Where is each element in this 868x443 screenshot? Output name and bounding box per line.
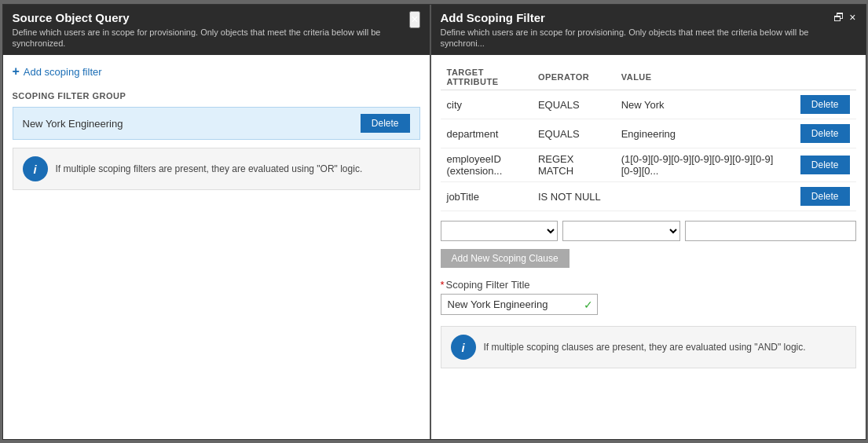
cell-value: (1[0-9][0-9][0-9][0-9][0-9][0-9][0-9][0-… xyxy=(615,148,786,182)
left-info-text: If multiple scoping filters are present,… xyxy=(56,163,363,176)
add-filter-label: Add scoping filter xyxy=(24,66,102,78)
filter-title-label: *Scoping Filter Title xyxy=(441,279,856,291)
cell-operator: IS NOT NULL xyxy=(532,182,615,211)
cell-delete: Delete xyxy=(786,148,856,182)
required-star: * xyxy=(441,279,445,291)
cell-delete: Delete xyxy=(786,90,856,119)
main-container: Source Object Query Define which users a… xyxy=(2,4,866,440)
left-panel-body: + Add scoping filter SCOPING FILTER GROU… xyxy=(3,55,430,438)
right-panel-body: TARGET ATTRIBUTE OPERATOR VALUE city EQU… xyxy=(431,55,866,438)
right-panel: Add Scoping Filter Define which users ar… xyxy=(431,5,866,439)
table-row: employeeID (extension... REGEX MATCH (1[… xyxy=(441,148,856,182)
col-target-attribute: TARGET ATTRIBUTE xyxy=(441,64,532,90)
cell-attribute: employeeID (extension... xyxy=(441,148,532,182)
filter-group-item: New York Engineering Delete xyxy=(13,107,420,140)
new-value-input[interactable] xyxy=(685,221,856,241)
row-delete-button-1[interactable]: Delete xyxy=(800,124,850,143)
new-operator-select[interactable] xyxy=(562,221,680,241)
right-info-text: If multiple scoping clauses are present,… xyxy=(484,341,806,354)
cell-operator: EQUALS xyxy=(532,90,615,119)
cell-value: New York xyxy=(615,90,786,119)
title-check-icon: ✓ xyxy=(584,298,593,311)
cell-delete: Delete xyxy=(786,182,856,211)
row-delete-button-0[interactable]: Delete xyxy=(800,95,850,114)
filter-title-wrap: ✓ xyxy=(441,294,598,315)
cell-value xyxy=(615,182,786,211)
scoping-table: TARGET ATTRIBUTE OPERATOR VALUE city EQU… xyxy=(441,64,856,211)
table-row: department EQUALS Engineering Delete xyxy=(441,119,856,148)
right-info-box: i If multiple scoping clauses are presen… xyxy=(441,326,856,368)
left-info-box: i If multiple scoping filters are presen… xyxy=(13,148,420,190)
left-delete-button[interactable]: Delete xyxy=(361,114,410,133)
new-clause-row xyxy=(441,221,856,241)
filter-group-name: New York Engineering xyxy=(23,118,123,130)
table-row: jobTitle IS NOT NULL Delete xyxy=(441,182,856,211)
col-operator: OPERATOR xyxy=(532,64,615,90)
cell-attribute: department xyxy=(441,119,532,148)
left-panel: Source Object Query Define which users a… xyxy=(3,5,431,439)
cell-attribute: jobTitle xyxy=(441,182,532,211)
left-panel-header: Source Object Query Define which users a… xyxy=(3,5,430,56)
add-new-scoping-clause-button[interactable]: Add New Scoping Clause xyxy=(441,249,570,268)
cell-delete: Delete xyxy=(786,119,856,148)
info-icon-left: i xyxy=(23,156,48,181)
left-panel-title: Source Object Query xyxy=(13,11,404,24)
info-icon-right: i xyxy=(451,335,476,360)
cell-attribute: city xyxy=(441,90,532,119)
row-delete-button-2[interactable]: Delete xyxy=(800,156,850,174)
scoping-filter-group-label: SCOPING FILTER GROUP xyxy=(13,91,420,101)
right-panel-restore-button[interactable]: 🗗 xyxy=(833,11,844,24)
add-scoping-filter-button[interactable]: + Add scoping filter xyxy=(13,64,420,79)
left-panel-subtitle: Define which users are in scope for prov… xyxy=(13,27,404,49)
left-panel-close-button[interactable]: × xyxy=(409,11,419,28)
cell-operator: EQUALS xyxy=(532,119,615,148)
new-attribute-select[interactable] xyxy=(441,221,559,241)
plus-icon: + xyxy=(13,64,20,79)
cell-operator: REGEX MATCH xyxy=(532,148,615,182)
right-panel-subtitle: Define which users are in scope for prov… xyxy=(441,27,834,49)
right-panel-header: Add Scoping Filter Define which users ar… xyxy=(431,5,866,56)
col-value: VALUE xyxy=(615,64,786,90)
cell-value: Engineering xyxy=(615,119,786,148)
table-row: city EQUALS New York Delete xyxy=(441,90,856,119)
filter-title-input[interactable] xyxy=(441,294,598,315)
right-panel-title: Add Scoping Filter xyxy=(441,11,834,24)
row-delete-button-3[interactable]: Delete xyxy=(800,187,850,206)
right-panel-close-button[interactable]: × xyxy=(849,11,855,24)
